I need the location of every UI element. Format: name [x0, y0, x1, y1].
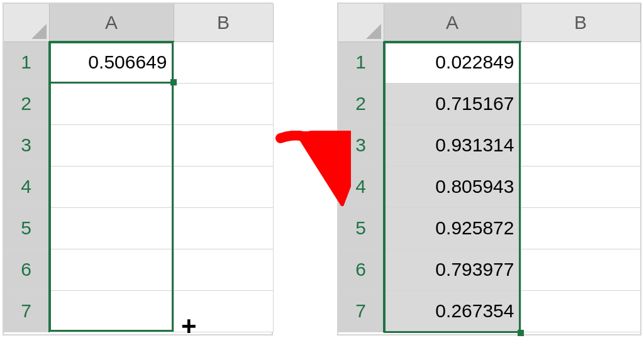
select-all-triangle-icon: [366, 24, 381, 39]
cell-A7[interactable]: 0.267354: [384, 290, 521, 332]
cell-A6[interactable]: 0.793977: [384, 249, 521, 290]
cell-B7[interactable]: [521, 290, 640, 332]
row-header-7[interactable]: 7: [338, 290, 384, 332]
cell-A1[interactable]: 0.506649: [49, 41, 174, 83]
select-all-corner[interactable]: [338, 4, 384, 41]
arrow-icon: [269, 131, 351, 206]
cell-A5[interactable]: 0.925872: [384, 207, 521, 249]
cell-A4[interactable]: [49, 166, 174, 207]
fill-cursor-icon: +: [181, 313, 197, 338]
row-header-1[interactable]: 1: [4, 41, 49, 83]
column-header-B[interactable]: B: [174, 4, 273, 41]
svg-marker-1: [366, 24, 381, 39]
row-header-3[interactable]: 3: [4, 124, 49, 166]
spreadsheet-right: A B 1 0.022849 2 0.715167 3 0.931314 4 0…: [337, 3, 641, 335]
active-cell-border: [50, 82, 173, 84]
grid-left[interactable]: A B 1 0.506649 2 3 4 5 6: [4, 4, 274, 332]
cell-B6[interactable]: [521, 249, 640, 290]
cell-B2[interactable]: [521, 83, 640, 124]
cell-B1[interactable]: [521, 41, 640, 83]
row-header-2[interactable]: 2: [338, 83, 384, 124]
row-header-5[interactable]: 5: [4, 207, 49, 249]
fill-handle[interactable]: [170, 79, 177, 85]
cell-B2[interactable]: [174, 83, 273, 124]
cell-A3[interactable]: 0.931314: [384, 124, 521, 166]
cell-A5[interactable]: [49, 207, 174, 249]
grid-right[interactable]: A B 1 0.022849 2 0.715167 3 0.931314 4 0…: [338, 4, 641, 332]
row-header-4[interactable]: 4: [4, 166, 49, 207]
cell-B5[interactable]: [521, 207, 640, 249]
cell-A4[interactable]: 0.805943: [384, 166, 521, 207]
cell-A1[interactable]: 0.022849: [384, 41, 521, 83]
cell-B4[interactable]: [174, 166, 273, 207]
cell-B5[interactable]: [174, 207, 273, 249]
row-header-6[interactable]: 6: [338, 249, 384, 290]
select-all-corner[interactable]: [4, 4, 49, 41]
row-header-7[interactable]: 7: [4, 290, 49, 332]
cell-A3[interactable]: [49, 124, 174, 166]
cell-A6[interactable]: [49, 249, 174, 290]
column-header-B[interactable]: B: [521, 4, 640, 41]
cell-B1[interactable]: [174, 41, 273, 83]
row-header-2[interactable]: 2: [4, 83, 49, 124]
cell-B4[interactable]: [521, 166, 640, 207]
row-header-1[interactable]: 1: [338, 41, 384, 83]
column-header-A[interactable]: A: [49, 4, 174, 41]
cell-A2[interactable]: 0.715167: [384, 83, 521, 124]
cell-A2[interactable]: [49, 83, 174, 124]
spreadsheet-left: A B 1 0.506649 2 3 4 5 6: [3, 3, 273, 335]
select-all-triangle-icon: [31, 24, 47, 39]
cell-B3[interactable]: [521, 124, 640, 166]
cell-B3[interactable]: [174, 124, 273, 166]
svg-marker-0: [31, 24, 47, 39]
cell-A7[interactable]: [49, 290, 174, 332]
cell-B6[interactable]: [174, 249, 273, 290]
fill-handle[interactable]: [518, 330, 524, 336]
row-header-6[interactable]: 6: [4, 249, 49, 290]
column-header-A[interactable]: A: [384, 4, 521, 41]
row-header-5[interactable]: 5: [338, 207, 384, 249]
